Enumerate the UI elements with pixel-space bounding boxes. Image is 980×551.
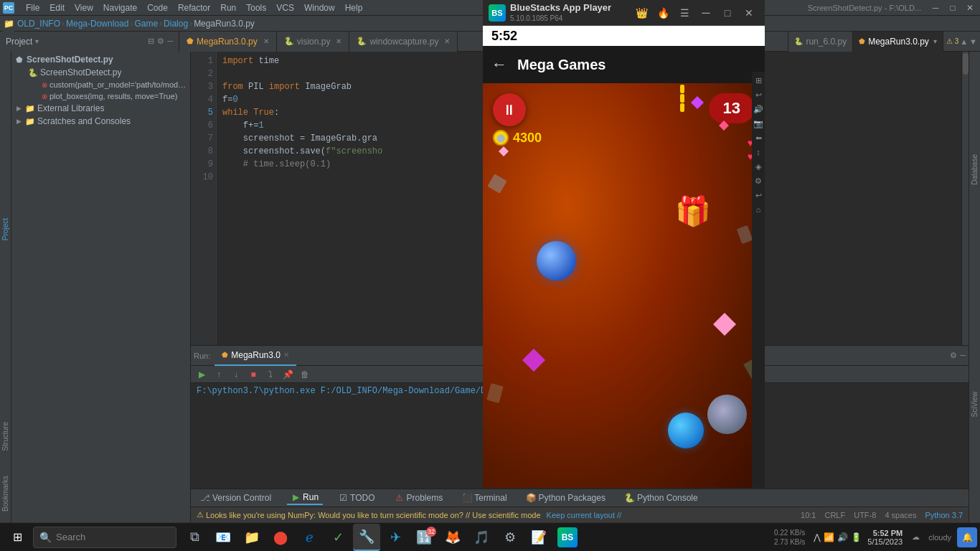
tree-item-child-file[interactable]: 🐍 ScreenShotDetect.py xyxy=(11,66,190,79)
menu-refactor[interactable]: Refactor xyxy=(174,1,215,14)
bs-rt-icon-5[interactable]: ⬅ xyxy=(753,132,764,143)
sys-tray-battery[interactable]: 🔋 xyxy=(851,532,862,542)
project-close-icon[interactable]: ─ xyxy=(167,37,173,46)
bottom-tab-todo[interactable]: ☑ TODO xyxy=(334,491,379,504)
bottom-tab-vcs[interactable]: ⎇ Version Control xyxy=(197,491,275,504)
breadcrumb-old-info[interactable]: OLD_INFO xyxy=(17,19,60,29)
status-encoding[interactable]: UTF-8 xyxy=(854,511,876,519)
menu-run[interactable]: Run xyxy=(216,1,240,14)
tab-run60[interactable]: 🐍 run_6.0.py xyxy=(788,32,853,52)
menu-edit[interactable]: Edit xyxy=(45,1,69,14)
bottom-tab-pyconsole[interactable]: 🐍 Python Console xyxy=(621,491,702,504)
taskbar-app-mail[interactable]: 📧 xyxy=(209,524,237,551)
bs-rt-icon-6[interactable]: ↕ xyxy=(753,146,764,158)
project-collapse-icon[interactable]: ⊟ xyxy=(148,37,154,46)
project-dropdown-icon[interactable]: ▾ xyxy=(35,37,39,45)
bs-rt-icon-8[interactable]: ⚙ xyxy=(753,175,764,187)
bs-fire-btn[interactable]: 🔥 xyxy=(653,3,673,23)
bs-rt-icon-10[interactable]: ⌂ xyxy=(753,204,764,215)
bs-minimize-btn[interactable]: ─ xyxy=(696,3,716,23)
menu-vcs[interactable]: VCS xyxy=(272,1,298,14)
sys-tray-network[interactable]: 📶 xyxy=(824,532,834,542)
tab-megarun-close[interactable]: ✕ xyxy=(263,37,269,45)
status-python[interactable]: Python 3.7 xyxy=(925,511,963,519)
menu-file[interactable]: File xyxy=(22,1,44,14)
tab-megarun-right-dropdown[interactable]: ▾ xyxy=(933,37,937,45)
right-tab-down[interactable]: ▼ xyxy=(969,37,977,46)
run-btn-pin[interactable]: 📌 xyxy=(280,367,296,382)
bs-hamburger-btn[interactable]: ☰ xyxy=(674,3,694,23)
taskbar-app-telegram[interactable]: ✈ xyxy=(382,524,409,551)
taskbar-app-explorer[interactable]: 📁 xyxy=(238,524,265,551)
run-panel-settings[interactable]: ⚙ xyxy=(950,351,957,360)
bs-back-btn[interactable]: ← xyxy=(491,55,507,74)
status-crlf[interactable]: CRLF xyxy=(824,511,845,519)
status-keep-layout[interactable]: Keep current layout // xyxy=(547,511,622,519)
menu-view[interactable]: View xyxy=(70,1,98,14)
tab-windowcapture-close[interactable]: ✕ xyxy=(444,37,450,45)
left-label-structure[interactable]: Structure xyxy=(0,408,11,465)
tab-windowcapture[interactable]: 🐍 windowcapture.py ✕ xyxy=(349,32,458,52)
tree-item-ext-libs[interactable]: ▶ 📁 External Libraries xyxy=(11,102,190,115)
bs-close-btn[interactable]: ✕ xyxy=(739,3,759,23)
bs-crown-btn[interactable]: 👑 xyxy=(631,3,651,23)
breadcrumb-dialog[interactable]: Dialog xyxy=(164,19,188,29)
menu-window[interactable]: Window xyxy=(300,1,339,14)
taskbar-app-edge[interactable]: ℯ xyxy=(296,524,323,551)
tab-vision-close[interactable]: ✕ xyxy=(336,37,341,45)
notification-center[interactable]: 🔔 xyxy=(957,527,977,547)
status-indent[interactable]: 4 spaces xyxy=(885,511,916,519)
breadcrumb-mega-download[interactable]: Mega-Download xyxy=(66,19,128,29)
tree-item-error-1[interactable]: ⊗ custom(path_or_model='path/to/model.pt… xyxy=(11,79,190,90)
project-icon[interactable]: 📁 xyxy=(3,16,14,32)
tree-item-root-file[interactable]: ⬟ ScreenShotDetect.py xyxy=(11,53,190,66)
bs-rt-icon-1[interactable]: ⊞ xyxy=(753,75,764,86)
taskbar-app-settings[interactable]: ⚙ xyxy=(496,524,524,551)
bottom-tab-terminal[interactable]: ⬛ Terminal xyxy=(458,491,511,504)
taskbar-app-check[interactable]: ✓ xyxy=(324,524,352,551)
left-label-bookmarks[interactable]: Bookmarks xyxy=(0,465,11,522)
taskbar-search[interactable]: 🔍 Search xyxy=(33,527,176,548)
tree-item-scratches[interactable]: ▶ 📁 Scratches and Consoles xyxy=(11,115,190,128)
run-btn-restart[interactable]: ▶ xyxy=(194,367,209,382)
breadcrumb-file[interactable]: MegaRun3.0.py xyxy=(194,19,255,29)
scrollbar-thumb[interactable] xyxy=(963,53,969,75)
taskbar-app-notepad[interactable]: 📝 xyxy=(525,524,552,551)
bs-rt-icon-9[interactable]: ↩ xyxy=(753,189,764,201)
tab-megarun[interactable]: ⬟ MegaRun3.0.py ✕ xyxy=(179,32,277,52)
menu-tools[interactable]: Tools xyxy=(242,1,270,14)
bs-restore-btn[interactable]: □ xyxy=(717,3,738,23)
menu-navigate[interactable]: Navigate xyxy=(99,1,141,14)
taskbar-app-chrome[interactable]: ⬤ xyxy=(267,524,294,551)
taskbar-app-music[interactable]: 🎵 xyxy=(468,524,495,551)
run-btn-up[interactable]: ↑ xyxy=(211,367,227,382)
project-settings-icon[interactable]: ⚙ xyxy=(157,37,164,46)
run-tab-megarun[interactable]: ⬟ MegaRun3.0 ✕ xyxy=(215,346,296,366)
taskbar-app-counter[interactable]: 🔢 32 xyxy=(410,524,438,551)
bs-rt-icon-4[interactable]: 📷 xyxy=(753,118,764,129)
menu-help[interactable]: Help xyxy=(341,1,367,14)
bottom-tab-problems[interactable]: ⚠ Problems xyxy=(391,491,448,504)
tree-item-error-2[interactable]: ⊗ plot_boxes(img, results, move=True) xyxy=(11,90,190,102)
weather-icon[interactable]: ☁ xyxy=(908,532,923,542)
taskbar-app-bluestacks[interactable]: BS xyxy=(554,524,581,551)
bottom-tab-pypackages[interactable]: 📦 Python Packages xyxy=(523,491,610,504)
bs-pause-btn[interactable]: ⏸ xyxy=(493,93,526,126)
taskbar-app-task-view[interactable]: ⧉ xyxy=(181,524,208,551)
editor-scrollbar[interactable] xyxy=(961,52,969,345)
tab-megarun-right[interactable]: ⬟ MegaRun3.0.py ▾ xyxy=(853,32,943,52)
right-tab-up[interactable]: ▲ xyxy=(960,37,968,46)
bs-rt-icon-7[interactable]: ◈ xyxy=(753,161,764,172)
run-btn-down[interactable]: ↓ xyxy=(228,367,244,382)
ide-restore-btn[interactable]: □ xyxy=(946,1,960,15)
sys-tray-volume[interactable]: 🔊 xyxy=(837,532,848,542)
left-label-project[interactable]: Project xyxy=(0,52,11,408)
bs-rt-icon-2[interactable]: ↩ xyxy=(753,89,764,100)
tab-vision[interactable]: 🐍 vision.py ✕ xyxy=(277,32,350,52)
run-tab-close[interactable]: ✕ xyxy=(283,351,289,359)
start-button[interactable]: ⊞ xyxy=(3,524,32,551)
run-btn-clear[interactable]: 🗑 xyxy=(297,367,313,382)
ide-close-btn[interactable]: ✕ xyxy=(963,1,977,15)
right-label-sciview[interactable]: SciView xyxy=(969,287,980,522)
taskbar-app-pycharm[interactable]: 🔧 xyxy=(353,524,380,551)
